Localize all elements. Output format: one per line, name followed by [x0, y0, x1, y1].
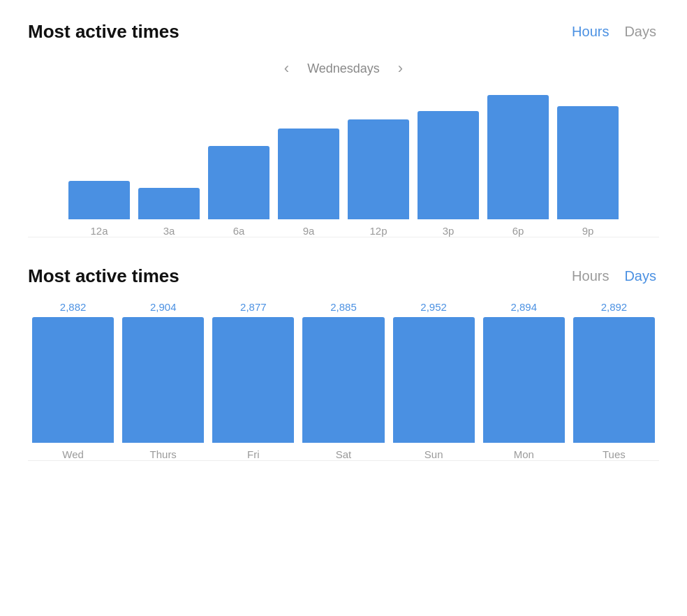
days-chart: 2,882Wed2,904Thurs2,877Fri2,885Sat2,952S…	[28, 301, 659, 460]
days-bar-label: Thurs	[150, 448, 177, 460]
hours-bar	[278, 129, 339, 219]
hours-chart: 12a3a6a9a12p3p6p9p	[28, 97, 659, 237]
day-nav-row: ‹ Wednesdays ›	[28, 57, 659, 80]
days-bar-col: 2,885Sat	[298, 301, 388, 460]
days-bar-label: Wed	[62, 448, 84, 460]
next-day-button[interactable]: ›	[392, 57, 408, 80]
hours-bar	[348, 119, 409, 219]
days-bar-col: 2,894Mon	[479, 301, 569, 460]
hours-bar	[487, 95, 549, 219]
days-bar	[302, 317, 384, 443]
section2-hours-btn[interactable]: Hours	[569, 267, 612, 286]
days-chart-area: 2,882Wed2,904Thurs2,877Fri2,885Sat2,952S…	[28, 301, 659, 461]
prev-day-button[interactable]: ‹	[279, 57, 295, 80]
hours-bar-col: 12a	[64, 181, 134, 237]
hours-bar	[557, 106, 619, 219]
section2-header: Most active times Hours Days	[28, 265, 659, 287]
section1-days-btn[interactable]: Days	[621, 22, 659, 41]
days-bar-col: 2,877Fri	[208, 301, 298, 460]
days-bar-value: 2,904	[150, 301, 177, 313]
hours-bar	[68, 181, 130, 219]
days-bar-value: 2,882	[60, 301, 87, 313]
days-bar-col: 2,882Wed	[28, 301, 118, 460]
days-bar-value: 2,877	[240, 301, 267, 313]
hours-bar-col: 9p	[553, 106, 623, 237]
days-bar-value: 2,885	[330, 301, 357, 313]
hours-bar-label: 3p	[443, 225, 455, 237]
hours-bar	[138, 188, 200, 219]
section2-toggle-group: Hours Days	[569, 267, 659, 286]
hours-bar-label: 6p	[512, 225, 524, 237]
days-bar-label: Mon	[514, 448, 534, 460]
hours-chart-area: 12a3a6a9a12p3p6p9p	[28, 97, 659, 237]
days-bar-value: 2,892	[601, 301, 628, 313]
hours-bar-label: 9a	[303, 225, 315, 237]
hours-section: Most active times Hours Days ‹ Wednesday…	[28, 21, 659, 237]
section2-title: Most active times	[28, 265, 179, 287]
days-bar	[32, 317, 114, 443]
days-bar-value: 2,952	[420, 301, 447, 313]
hours-bar-label: 9p	[582, 225, 594, 237]
hours-bar-col: 12p	[344, 119, 413, 237]
days-section: Most active times Hours Days 2,882Wed2,9…	[28, 265, 659, 461]
days-bar	[212, 317, 294, 443]
section1-header: Most active times Hours Days	[28, 21, 659, 43]
hours-bar	[418, 111, 479, 219]
hours-bar-label: 12p	[369, 225, 387, 237]
hours-bar-col: 6p	[483, 95, 553, 237]
days-bar-col: 2,952Sun	[389, 301, 479, 460]
hours-bar-label: 12a	[90, 225, 108, 237]
section2-days-btn[interactable]: Days	[621, 267, 659, 286]
current-day-label: Wednesdays	[307, 61, 380, 76]
days-bar-label: Fri	[247, 448, 260, 460]
section1-hours-btn[interactable]: Hours	[569, 22, 612, 41]
hours-bar-col: 3a	[134, 188, 204, 237]
days-bar-label: Sat	[336, 448, 352, 460]
days-bar	[393, 317, 475, 443]
days-bar-col: 2,904Thurs	[118, 301, 208, 460]
hours-bar-col: 3p	[413, 111, 483, 237]
days-bar-value: 2,894	[511, 301, 538, 313]
days-bar-label: Tues	[603, 448, 626, 460]
hours-bar-col: 6a	[204, 146, 274, 237]
section1-title: Most active times	[28, 21, 179, 43]
hours-bar-label: 3a	[163, 225, 175, 237]
days-bar-label: Sun	[424, 448, 443, 460]
hours-bar	[208, 146, 269, 219]
days-bar	[483, 317, 565, 443]
hours-bar-col: 9a	[274, 129, 344, 237]
days-bar	[122, 317, 204, 443]
days-bar	[573, 317, 655, 443]
section1-toggle-group: Hours Days	[569, 22, 659, 41]
hours-bar-label: 6a	[233, 225, 245, 237]
days-bar-col: 2,892Tues	[569, 301, 659, 460]
